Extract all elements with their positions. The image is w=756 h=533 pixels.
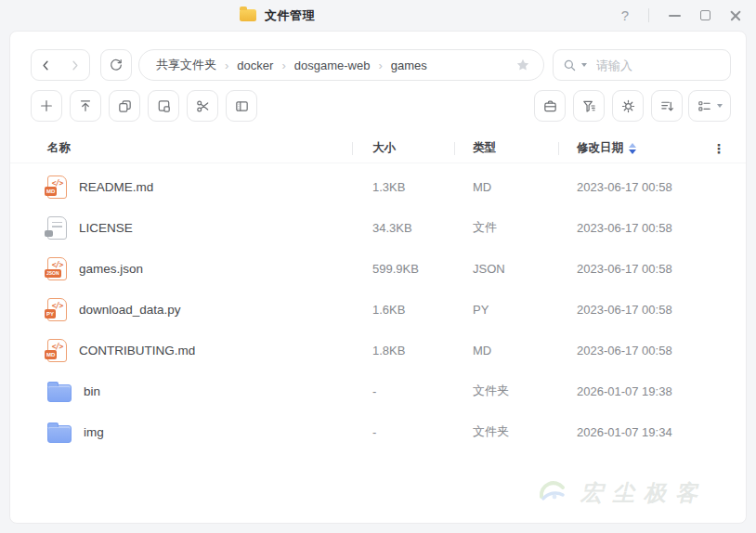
sort-order-button[interactable] [651, 90, 683, 122]
document-file-icon [47, 216, 67, 240]
controls-divider [648, 8, 649, 22]
copy-button[interactable] [109, 90, 140, 122]
table-row[interactable]: img - 文件夹 2026-01-07 19:34 [10, 411, 746, 452]
file-size: 34.3KB [372, 207, 412, 248]
app-folder-icon [240, 9, 256, 21]
breadcrumb-separator: › [378, 58, 382, 72]
file-name: CONTRIBUTING.md [79, 344, 195, 358]
file-modified: 2023-06-17 00:58 [577, 289, 672, 330]
file-type: PY [473, 289, 489, 330]
file-size: 599.9KB [372, 248, 419, 289]
file-modified: 2023-06-17 00:58 [577, 166, 672, 207]
search-scope-caret-icon[interactable] [581, 63, 587, 67]
file-type: 文件 [473, 207, 497, 248]
file-type: JSON [473, 248, 505, 289]
table-row[interactable]: </>JSON games.json 599.9KB JSON 2023-06-… [10, 248, 746, 289]
file-size: - [372, 411, 376, 452]
refresh-icon [109, 58, 124, 72]
watermark-text: 宏尘极客 [580, 478, 707, 508]
breadcrumb-item-shared[interactable]: 共享文件夹 [156, 57, 216, 73]
file-name: img [84, 425, 104, 439]
view-mode-button[interactable] [688, 90, 731, 122]
column-header-modified[interactable]: 修改日期 [577, 133, 636, 163]
file-name: download_data.py [79, 303, 181, 317]
scissors-icon [195, 98, 211, 114]
column-divider [558, 142, 559, 155]
file-type: MD [473, 166, 491, 207]
toolbox-button[interactable] [534, 90, 566, 122]
file-size: 1.3KB [372, 166, 405, 207]
breadcrumb: 共享文件夹 › docker › dosgame-web › games [138, 49, 544, 81]
navigation-bar: 共享文件夹 › docker › dosgame-web › games [31, 49, 731, 81]
folder-icon [47, 384, 72, 402]
forward-icon[interactable] [60, 58, 89, 72]
sort-arrows-icon [629, 143, 636, 154]
file-size: - [372, 370, 376, 411]
gear-icon [620, 98, 636, 114]
settings-button[interactable] [612, 90, 644, 122]
favorite-star-icon[interactable] [515, 58, 530, 72]
file-modified: 2023-06-17 00:58 [577, 330, 672, 370]
breadcrumb-item-docker[interactable]: docker [237, 58, 273, 72]
table-row[interactable]: bin - 文件夹 2026-01-07 19:38 [10, 370, 746, 411]
file-modified: 2023-06-17 00:58 [577, 207, 672, 248]
help-icon[interactable]: ? [621, 7, 629, 23]
filter-button[interactable] [573, 90, 605, 122]
titlebar: 文件管理 ? [0, 0, 756, 31]
paste-icon [156, 98, 172, 114]
search-input[interactable] [596, 58, 721, 72]
toolbox-icon [542, 98, 558, 114]
back-icon[interactable] [32, 58, 60, 72]
file-type: 文件夹 [473, 370, 509, 411]
sort-icon [659, 98, 675, 114]
plus-icon [39, 98, 54, 113]
column-header-name[interactable]: 名称 [47, 133, 71, 163]
upload-icon [78, 98, 93, 113]
file-modified: 2026-01-07 19:38 [577, 370, 672, 411]
minimize-icon[interactable] [669, 15, 681, 17]
column-header-modified-label: 修改日期 [577, 140, 623, 156]
history-nav-group [31, 49, 90, 81]
code-file-icon: </>PY [47, 298, 67, 321]
app-title: 文件管理 [265, 7, 315, 24]
file-manager-window: 文件管理 ? 共享文件夹 [0, 0, 756, 533]
duplicate-button[interactable] [226, 90, 257, 122]
paste-button[interactable] [148, 90, 179, 122]
filter-icon [581, 98, 597, 114]
file-name: LICENSE [79, 221, 133, 235]
column-options-icon[interactable]: ⋮ [712, 133, 725, 163]
title-group: 文件管理 [240, 0, 315, 31]
search-icon[interactable] [563, 58, 577, 72]
refresh-button[interactable] [100, 49, 132, 81]
table-row[interactable]: LICENSE 34.3KB 文件 2023-06-17 00:58 [10, 207, 746, 248]
file-size: 1.6KB [372, 289, 405, 330]
table-row[interactable]: </>MD README.md 1.3KB MD 2023-06-17 00:5… [10, 166, 746, 207]
column-header-type[interactable]: 类型 [473, 133, 496, 163]
new-button[interactable] [31, 90, 62, 122]
code-file-icon: </>MD [47, 339, 67, 362]
sort-descending-icon [629, 150, 636, 154]
breadcrumb-separator: › [225, 58, 228, 72]
search-box [553, 49, 731, 81]
column-divider [352, 142, 353, 155]
view-mode-caret-icon [717, 104, 723, 108]
upload-button[interactable] [70, 90, 101, 122]
close-icon[interactable] [730, 10, 741, 21]
column-header-size[interactable]: 大小 [372, 133, 396, 163]
breadcrumb-item-games[interactable]: games [391, 58, 427, 72]
file-list: </>MD README.md 1.3KB MD 2023-06-17 00:5… [10, 166, 746, 452]
file-size: 1.8KB [372, 330, 405, 370]
folder-icon [47, 425, 72, 443]
file-type: 文件夹 [473, 411, 509, 452]
file-name: bin [84, 384, 100, 398]
main-panel: 共享文件夹 › docker › dosgame-web › games [9, 31, 747, 524]
table-header: 名称 大小 类型 修改日期 ⋮ [10, 133, 746, 163]
breadcrumb-separator: › [281, 58, 285, 72]
sort-ascending-icon [629, 143, 636, 148]
table-row[interactable]: </>MD CONTRIBUTING.md 1.8KB MD 2023-06-1… [10, 330, 746, 370]
cut-button[interactable] [187, 90, 218, 122]
toolbar [31, 90, 731, 122]
table-row[interactable]: </>PY download_data.py 1.6KB PY 2023-06-… [10, 289, 746, 330]
breadcrumb-item-dosgame-web[interactable]: dosgame-web [294, 58, 371, 72]
maximize-icon[interactable] [700, 10, 710, 20]
